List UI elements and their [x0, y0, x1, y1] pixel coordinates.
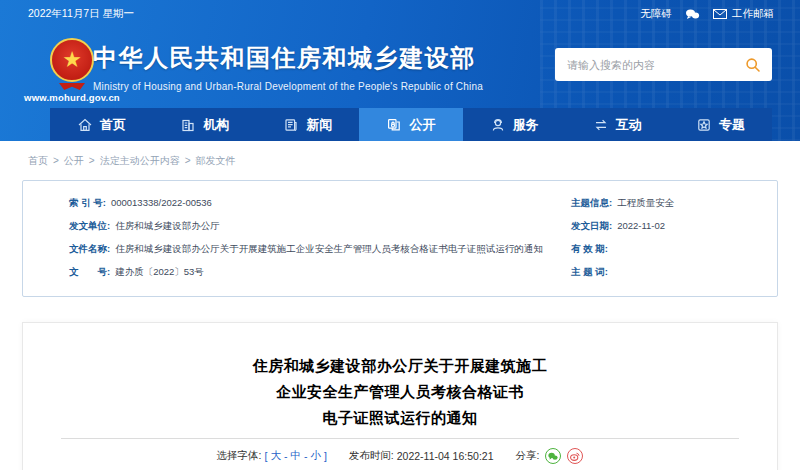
- site-titles: 中华人民共和国住房和城乡建设部 Ministry of Housing and …: [93, 42, 483, 92]
- emblem-ribbon: [59, 83, 85, 90]
- search-icon[interactable]: [745, 57, 772, 73]
- font-size-large-button[interactable]: 大: [270, 449, 281, 463]
- interaction-icon: [593, 117, 609, 133]
- nav-tab-topics[interactable]: 专题: [669, 108, 772, 141]
- current-date: 2022年11月7日 星期一: [28, 7, 134, 21]
- national-emblem-logo: ★: [50, 38, 94, 82]
- font-dash: -: [284, 450, 288, 462]
- chat-bubbles-icon[interactable]: [685, 8, 700, 20]
- nav-tab-label: 公开: [409, 116, 435, 134]
- info-label: 发文日期:: [571, 220, 612, 231]
- breadcrumb-home[interactable]: 首页: [28, 154, 48, 168]
- info-value: 000013338/2022-00536: [111, 197, 212, 208]
- breadcrumb-separator: >: [53, 155, 59, 166]
- publish-time-value: 2022-11-04 16:50:21: [397, 450, 494, 462]
- service-icon: [490, 117, 506, 133]
- site-url: www.mohurd.gov.cn: [22, 92, 122, 103]
- info-label: 有 效 期:: [571, 243, 608, 254]
- info-value: 住房和城乡建设部办公厅: [115, 220, 220, 231]
- info-label: 索 引 号:: [69, 197, 106, 208]
- publish-time-label: 发布时间:: [349, 449, 394, 463]
- nav-tab-label: 专题: [719, 116, 745, 134]
- info-label: 发文单位:: [69, 220, 110, 231]
- article-divider: [61, 438, 739, 439]
- share-label: 分享:: [516, 449, 540, 463]
- work-mailbox-link[interactable]: 工作邮箱: [713, 7, 774, 21]
- breadcrumb: 首页 > 公开 > 法定主动公开内容 > 部发文件: [0, 141, 800, 180]
- info-row-index-number: 索 引 号:000013338/2022-00536: [69, 191, 543, 214]
- nav-tab-label: 新闻: [306, 116, 332, 134]
- article-title: 住房和城乡建设部办公厅关于开展建筑施工 企业安全生产管理人员考核合格证书 电子证…: [23, 353, 777, 431]
- search-box: [555, 48, 772, 81]
- work-mailbox-label: 工作邮箱: [732, 7, 774, 21]
- info-value: 工程质量安全: [617, 197, 674, 208]
- info-row-issue-date: 发文日期:2022-11-02: [571, 214, 674, 237]
- article-title-line: 企业安全生产管理人员考核合格证书: [23, 379, 777, 405]
- breadcrumb-separator: >: [89, 155, 95, 166]
- document-info-box: 索 引 号:000013338/2022-00536 发文单位:住房和城乡建设部…: [22, 180, 778, 297]
- main-nav-inner: 首页 机构 新闻 公开: [50, 108, 772, 141]
- info-row-document-name: 文件名称:住房和城乡建设部办公厅关于开展建筑施工企业安全生产管理人员考核合格证书…: [69, 237, 543, 260]
- header-main: ★ www.mohurd.gov.cn 中华人民共和国住房和城乡建设部 Mini…: [0, 28, 800, 108]
- nav-tab-organization[interactable]: 机构: [153, 108, 256, 141]
- info-label: 文 号:: [69, 266, 110, 277]
- nav-tab-service[interactable]: 服务: [463, 108, 566, 141]
- nav-tab-label: 首页: [100, 116, 126, 134]
- info-label: 主题信息:: [571, 197, 612, 208]
- article-title-line: 电子证照试运行的通知: [23, 405, 777, 431]
- info-label: 文件名称:: [69, 243, 110, 254]
- font-size-medium-button[interactable]: 中: [290, 449, 301, 463]
- envelope-icon: [713, 9, 727, 19]
- site-header: 2022年11月7日 星期一 无障碍 工作邮箱 ★ www.mohurd.gov…: [0, 0, 800, 141]
- nav-tab-interaction[interactable]: 互动: [566, 108, 669, 141]
- topbar-right: 无障碍 工作邮箱: [641, 7, 775, 21]
- home-icon: [77, 117, 93, 133]
- breadcrumb-separator: >: [185, 155, 191, 166]
- wechat-share-icon[interactable]: [545, 448, 561, 464]
- disclosure-icon: [386, 117, 402, 133]
- breadcrumb-disclosure[interactable]: 公开: [64, 154, 84, 168]
- news-icon: [283, 117, 299, 133]
- organization-icon: [180, 117, 196, 133]
- site-title: 中华人民共和国住房和城乡建设部: [93, 42, 483, 74]
- font-size-label: 选择字体:: [217, 449, 262, 463]
- nav-tab-home[interactable]: 首页: [50, 108, 153, 141]
- article-box: 住房和城乡建设部办公厅关于开展建筑施工 企业安全生产管理人员考核合格证书 电子证…: [22, 322, 778, 470]
- nav-tab-label: 机构: [203, 116, 229, 134]
- share-group: 分享:: [516, 448, 584, 464]
- info-value: 住房和城乡建设部办公厅关于开展建筑施工企业安全生产管理人员考核合格证书电子证照试…: [115, 243, 543, 254]
- info-row-theme: 主题信息:工程质量安全: [571, 191, 674, 214]
- nav-tab-label: 互动: [616, 116, 642, 134]
- breadcrumb-statutory-disclosure[interactable]: 法定主动公开内容: [100, 154, 180, 168]
- info-row-issuing-unit: 发文单位:住房和城乡建设部办公厅: [69, 214, 543, 237]
- weibo-share-icon[interactable]: [567, 448, 583, 464]
- font-size-small-button[interactable]: 小: [310, 449, 321, 463]
- font-size-selector: 选择字体: [ 大 - 中 - 小 ]: [217, 449, 327, 463]
- info-value: 2022-11-02: [617, 220, 665, 231]
- nav-tab-disclosure[interactable]: 公开: [359, 108, 462, 141]
- document-info-left-column: 索 引 号:000013338/2022-00536 发文单位:住房和城乡建设部…: [69, 191, 543, 283]
- info-value: 建办质〔2022〕53号: [115, 266, 204, 277]
- page: 2022年11月7日 星期一 无障碍 工作邮箱 ★ www.mohurd.gov…: [0, 0, 800, 470]
- article-meta: 选择字体: [ 大 - 中 - 小 ] 发布时间: 2022-11-04 16:…: [23, 448, 777, 464]
- info-label: 主 题 词:: [571, 266, 608, 277]
- info-row-document-number: 文 号:建办质〔2022〕53号: [69, 260, 543, 283]
- topics-icon: [696, 117, 712, 133]
- search-input[interactable]: [555, 48, 745, 81]
- nav-tab-news[interactable]: 新闻: [256, 108, 359, 141]
- document-info-right-column: 主题信息:工程质量安全 发文日期:2022-11-02 有 效 期: 主 题 词…: [571, 191, 674, 283]
- font-dash: -: [304, 450, 308, 462]
- font-bracket-open: [: [265, 450, 268, 462]
- publish-time-group: 发布时间: 2022-11-04 16:50:21: [349, 449, 494, 463]
- main-nav: 首页 机构 新闻 公开: [0, 108, 800, 141]
- accessibility-link[interactable]: 无障碍: [641, 7, 673, 21]
- article-title-line: 住房和城乡建设部办公厅关于开展建筑施工: [23, 353, 777, 379]
- info-row-keywords: 主 题 词:: [571, 260, 674, 283]
- breadcrumb-ministry-documents[interactable]: 部发文件: [196, 154, 236, 168]
- topbar: 2022年11月7日 星期一 无障碍 工作邮箱: [0, 0, 800, 28]
- info-row-validity: 有 效 期:: [571, 237, 674, 260]
- nav-tab-label: 服务: [513, 116, 539, 134]
- site-subtitle-english: Ministry of Housing and Urban-Rural Deve…: [93, 81, 483, 92]
- font-bracket-close: ]: [324, 450, 327, 462]
